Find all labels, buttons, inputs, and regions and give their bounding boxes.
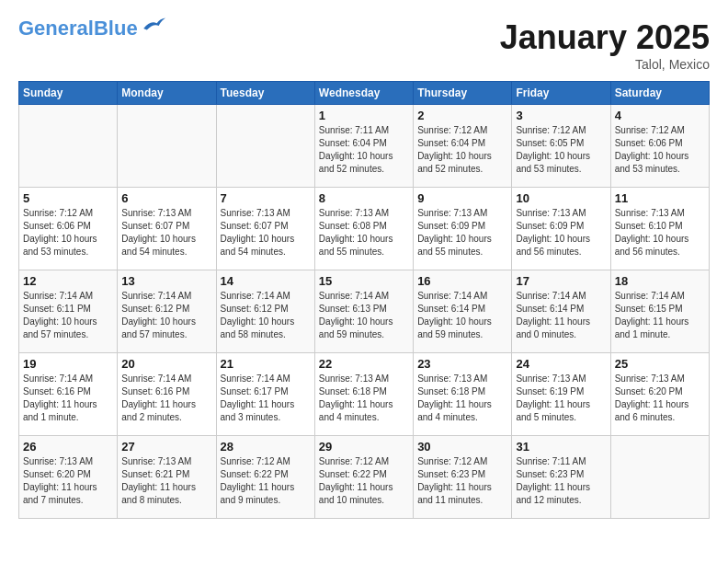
day-number: 12	[23, 274, 113, 288]
calendar-cell	[216, 105, 314, 188]
header-day-saturday: Saturday	[610, 82, 709, 105]
week-row-2: 5Sunrise: 7:12 AM Sunset: 6:06 PM Daylig…	[19, 188, 710, 270]
day-info: Sunrise: 7:14 AM Sunset: 6:12 PM Dayligh…	[121, 290, 211, 341]
day-info: Sunrise: 7:12 AM Sunset: 6:22 PM Dayligh…	[221, 455, 311, 507]
day-number: 4	[615, 109, 705, 122]
day-number: 18	[615, 274, 705, 288]
day-number: 17	[516, 274, 606, 288]
day-info: Sunrise: 7:13 AM Sunset: 6:07 PM Dayligh…	[121, 207, 211, 259]
calendar-cell: 4Sunrise: 7:12 AM Sunset: 6:06 PM Daylig…	[610, 105, 709, 188]
logo-text: GeneralBlue	[18, 18, 138, 39]
day-number: 3	[516, 109, 606, 122]
calendar-cell: 28Sunrise: 7:12 AM Sunset: 6:22 PM Dayli…	[216, 436, 314, 519]
calendar-cell: 9Sunrise: 7:13 AM Sunset: 6:09 PM Daylig…	[414, 188, 512, 270]
calendar-cell: 10Sunrise: 7:13 AM Sunset: 6:09 PM Dayli…	[512, 188, 610, 270]
title-block: January 2025 Talol, Mexico	[500, 18, 710, 72]
day-info: Sunrise: 7:12 AM Sunset: 6:06 PM Dayligh…	[615, 124, 705, 176]
day-number: 22	[319, 357, 409, 371]
day-number: 31	[516, 440, 606, 454]
calendar-cell: 15Sunrise: 7:14 AM Sunset: 6:13 PM Dayli…	[314, 270, 413, 353]
day-number: 23	[417, 357, 507, 371]
day-number: 2	[417, 109, 507, 122]
calendar-cell: 24Sunrise: 7:13 AM Sunset: 6:19 PM Dayli…	[512, 353, 610, 436]
calendar-subtitle: Talol, Mexico	[500, 57, 710, 72]
calendar-cell: 14Sunrise: 7:14 AM Sunset: 6:12 PM Dayli…	[216, 270, 314, 353]
calendar-cell: 6Sunrise: 7:13 AM Sunset: 6:07 PM Daylig…	[118, 188, 216, 270]
day-info: Sunrise: 7:14 AM Sunset: 6:16 PM Dayligh…	[121, 373, 211, 424]
calendar-cell: 11Sunrise: 7:13 AM Sunset: 6:10 PM Dayli…	[610, 188, 709, 270]
calendar-cell: 3Sunrise: 7:12 AM Sunset: 6:05 PM Daylig…	[512, 105, 610, 188]
day-number: 8	[319, 191, 409, 205]
calendar-cell: 7Sunrise: 7:13 AM Sunset: 6:07 PM Daylig…	[216, 188, 314, 270]
day-number: 19	[23, 357, 113, 371]
day-info: Sunrise: 7:14 AM Sunset: 6:14 PM Dayligh…	[417, 290, 507, 341]
day-info: Sunrise: 7:11 AM Sunset: 6:23 PM Dayligh…	[516, 455, 606, 507]
calendar-cell	[19, 105, 118, 188]
day-number: 7	[221, 191, 311, 205]
calendar-cell: 21Sunrise: 7:14 AM Sunset: 6:17 PM Dayli…	[216, 353, 314, 436]
calendar-header: SundayMondayTuesdayWednesdayThursdayFrid…	[19, 82, 710, 105]
day-number: 24	[516, 357, 606, 371]
week-row-1: 1Sunrise: 7:11 AM Sunset: 6:04 PM Daylig…	[19, 105, 710, 188]
day-info: Sunrise: 7:14 AM Sunset: 6:14 PM Dayligh…	[516, 290, 606, 341]
day-info: Sunrise: 7:11 AM Sunset: 6:04 PM Dayligh…	[319, 124, 409, 176]
calendar-cell: 26Sunrise: 7:13 AM Sunset: 6:20 PM Dayli…	[19, 436, 118, 519]
day-info: Sunrise: 7:13 AM Sunset: 6:21 PM Dayligh…	[121, 455, 211, 507]
calendar-cell: 17Sunrise: 7:14 AM Sunset: 6:14 PM Dayli…	[512, 270, 610, 353]
day-info: Sunrise: 7:14 AM Sunset: 6:13 PM Dayligh…	[319, 290, 409, 341]
day-info: Sunrise: 7:13 AM Sunset: 6:19 PM Dayligh…	[516, 373, 606, 424]
day-number: 21	[221, 357, 311, 371]
day-info: Sunrise: 7:13 AM Sunset: 6:18 PM Dayligh…	[417, 373, 507, 424]
day-number: 6	[121, 191, 211, 205]
day-info: Sunrise: 7:14 AM Sunset: 6:16 PM Dayligh…	[23, 373, 113, 424]
header-row: SundayMondayTuesdayWednesdayThursdayFrid…	[19, 82, 710, 105]
day-number: 13	[121, 274, 211, 288]
day-number: 20	[121, 357, 211, 371]
day-info: Sunrise: 7:14 AM Sunset: 6:12 PM Dayligh…	[221, 290, 311, 341]
calendar-cell: 5Sunrise: 7:12 AM Sunset: 6:06 PM Daylig…	[19, 188, 118, 270]
day-info: Sunrise: 7:13 AM Sunset: 6:20 PM Dayligh…	[23, 455, 113, 507]
calendar-cell: 18Sunrise: 7:14 AM Sunset: 6:15 PM Dayli…	[610, 270, 709, 353]
day-info: Sunrise: 7:13 AM Sunset: 6:20 PM Dayligh…	[615, 373, 705, 424]
calendar-title: January 2025	[500, 18, 710, 57]
day-info: Sunrise: 7:12 AM Sunset: 6:06 PM Dayligh…	[23, 207, 113, 259]
day-number: 5	[23, 191, 113, 205]
day-number: 1	[319, 109, 409, 122]
calendar-cell: 25Sunrise: 7:13 AM Sunset: 6:20 PM Dayli…	[610, 353, 709, 436]
day-number: 14	[221, 274, 311, 288]
day-info: Sunrise: 7:13 AM Sunset: 6:08 PM Dayligh…	[319, 207, 409, 259]
day-number: 16	[417, 274, 507, 288]
logo-general: General	[18, 17, 94, 40]
calendar-cell: 12Sunrise: 7:14 AM Sunset: 6:11 PM Dayli…	[19, 270, 118, 353]
calendar-cell: 1Sunrise: 7:11 AM Sunset: 6:04 PM Daylig…	[314, 105, 413, 188]
day-number: 26	[23, 440, 113, 454]
header-day-monday: Monday	[118, 82, 216, 105]
logo: GeneralBlue	[18, 18, 167, 39]
day-number: 11	[615, 191, 705, 205]
calendar-cell: 31Sunrise: 7:11 AM Sunset: 6:23 PM Dayli…	[512, 436, 610, 519]
calendar-cell: 16Sunrise: 7:14 AM Sunset: 6:14 PM Dayli…	[414, 270, 512, 353]
day-info: Sunrise: 7:14 AM Sunset: 6:17 PM Dayligh…	[221, 373, 311, 424]
day-number: 15	[319, 274, 409, 288]
header-day-sunday: Sunday	[19, 82, 118, 105]
calendar-cell: 29Sunrise: 7:12 AM Sunset: 6:22 PM Dayli…	[314, 436, 413, 519]
day-info: Sunrise: 7:13 AM Sunset: 6:10 PM Dayligh…	[615, 207, 705, 259]
calendar-cell: 20Sunrise: 7:14 AM Sunset: 6:16 PM Dayli…	[118, 353, 216, 436]
day-info: Sunrise: 7:13 AM Sunset: 6:09 PM Dayligh…	[417, 207, 507, 259]
header-day-tuesday: Tuesday	[216, 82, 314, 105]
day-info: Sunrise: 7:12 AM Sunset: 6:04 PM Dayligh…	[417, 124, 507, 176]
page-header: GeneralBlue January 2025 Talol, Mexico	[18, 18, 710, 72]
week-row-3: 12Sunrise: 7:14 AM Sunset: 6:11 PM Dayli…	[19, 270, 710, 353]
day-info: Sunrise: 7:12 AM Sunset: 6:05 PM Dayligh…	[516, 124, 606, 176]
calendar-cell: 8Sunrise: 7:13 AM Sunset: 6:08 PM Daylig…	[314, 188, 413, 270]
day-number: 10	[516, 191, 606, 205]
calendar-cell: 27Sunrise: 7:13 AM Sunset: 6:21 PM Dayli…	[118, 436, 216, 519]
day-number: 9	[417, 191, 507, 205]
calendar-cell	[610, 436, 709, 519]
header-day-friday: Friday	[512, 82, 610, 105]
header-day-wednesday: Wednesday	[314, 82, 413, 105]
day-info: Sunrise: 7:13 AM Sunset: 6:09 PM Dayligh…	[516, 207, 606, 259]
day-info: Sunrise: 7:14 AM Sunset: 6:11 PM Dayligh…	[23, 290, 113, 341]
calendar-cell: 23Sunrise: 7:13 AM Sunset: 6:18 PM Dayli…	[414, 353, 512, 436]
calendar-body: 1Sunrise: 7:11 AM Sunset: 6:04 PM Daylig…	[19, 105, 710, 519]
